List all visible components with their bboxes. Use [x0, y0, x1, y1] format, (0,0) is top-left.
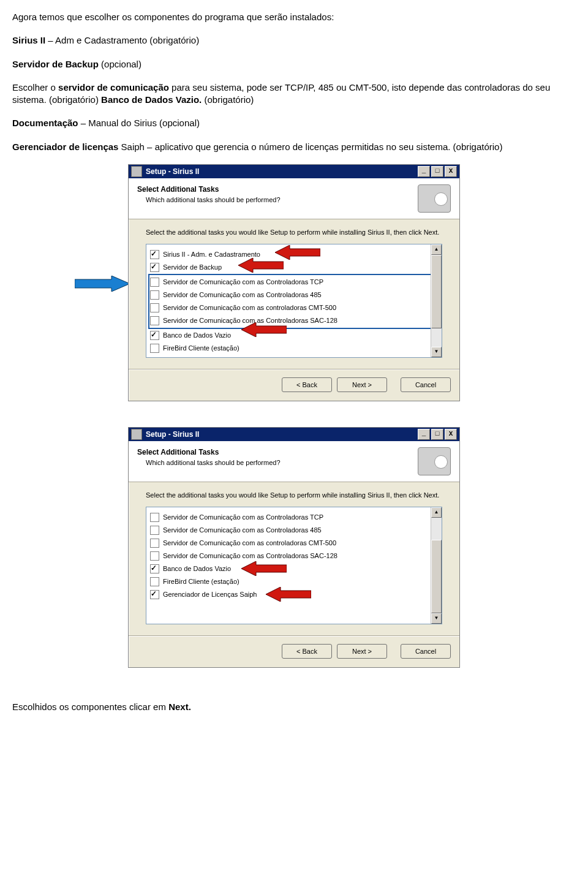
arrow-red-annotation	[241, 561, 287, 576]
checkbox[interactable]	[150, 577, 159, 586]
installer-icon	[418, 447, 451, 475]
titlebar[interactable]: Setup - Sirius II _ □ X	[129, 428, 459, 441]
checkbox[interactable]	[150, 564, 159, 573]
task-item-label: Servidor de Comunicação com as controlad…	[163, 539, 336, 548]
scrollbar[interactable]: ▲ ▼	[431, 244, 442, 357]
scrollbar[interactable]: ▲ ▼	[431, 507, 442, 624]
scroll-up-button[interactable]: ▲	[431, 244, 442, 255]
window-title: Setup - Sirius II	[146, 429, 199, 439]
task-item-label: Banco de Dados Vazio	[163, 331, 231, 340]
txt-sirius-rest: – Adm e Cadastramento (obrigatório)	[45, 35, 199, 45]
task-item-label: Servidor de Backup	[163, 263, 222, 272]
close-button[interactable]: X	[445, 166, 457, 177]
para-sirius: Sirius II – Adm e Cadastramento (obrigat…	[12, 34, 576, 47]
svg-marker-2	[238, 258, 284, 273]
task-item[interactable]: Banco de Dados Vazio	[150, 329, 439, 342]
setup-dialog-2: Setup - Sirius II _ □ X Select Additiona…	[128, 427, 460, 668]
installer-icon	[418, 184, 451, 213]
para-intro: Agora temos que escolher os componentes …	[12, 11, 576, 23]
task-item[interactable]: Servidor de Comunicação com as Controlad…	[150, 550, 439, 562]
bold-backup: Servidor de Backup	[12, 59, 99, 69]
titlebar[interactable]: Setup - Sirius II _ □ X	[129, 165, 459, 178]
scroll-thumb[interactable]	[431, 540, 442, 613]
maximize-button[interactable]: □	[431, 166, 443, 177]
scroll-up-button[interactable]: ▲	[431, 507, 442, 518]
txt-com-e: (obrigatório)	[202, 94, 254, 105]
cancel-button[interactable]: Cancel	[401, 644, 451, 659]
minimize-button[interactable]: _	[418, 429, 430, 440]
task-item[interactable]: Servidor de Comunicação com as Controlad…	[150, 314, 438, 327]
dialog-heading: Select Additional Tasks	[137, 447, 418, 457]
bold-banco: Banco de Dados Vazio.	[99, 94, 202, 105]
checkbox[interactable]	[150, 331, 159, 340]
scroll-down-button[interactable]: ▼	[431, 613, 442, 624]
task-item-label: Gerenciador de Licenças Saiph	[163, 590, 257, 599]
next-button[interactable]: Next >	[337, 644, 387, 659]
bold-com: servidor de comunicação	[58, 82, 169, 93]
svg-marker-3	[241, 322, 287, 337]
arrow-red-annotation	[266, 587, 311, 602]
txt-end-a: Escolhidos os componentes clicar em	[12, 702, 168, 712]
task-item-label: Servidor de Comunicação com as Controlad…	[163, 526, 322, 535]
setup-dialog-1: Setup - Sirius II _ □ X Select Additiona…	[128, 164, 460, 401]
checkbox[interactable]	[150, 513, 159, 522]
close-button[interactable]: X	[445, 429, 457, 440]
checkbox[interactable]	[150, 290, 159, 300]
checkbox[interactable]	[150, 539, 159, 548]
task-item[interactable]: Servidor de Comunicação com as Controlad…	[150, 276, 438, 289]
checkbox[interactable]	[150, 303, 159, 312]
arrow-blue-annotation	[75, 276, 130, 292]
task-item[interactable]: Servidor de Comunicação com as controlad…	[150, 301, 438, 314]
checkbox[interactable]	[150, 263, 159, 272]
task-item-label: Servidor de Comunicação com as Controlad…	[163, 513, 323, 522]
dialog-header: Select Additional Tasks Which additional…	[129, 441, 459, 482]
minimize-button[interactable]: _	[418, 166, 430, 177]
para-comunicacao: Escolher o servidor de comunicação para …	[12, 81, 576, 107]
scroll-down-button[interactable]: ▼	[431, 347, 442, 357]
cancel-button[interactable]: Cancel	[401, 377, 451, 392]
task-item[interactable]: Servidor de Backup	[150, 261, 439, 274]
para-backup: Servidor de Backup (opcional)	[12, 58, 576, 70]
task-item[interactable]: Servidor de Comunicação com as Controlad…	[150, 511, 439, 524]
checkbox[interactable]	[150, 526, 159, 535]
svg-marker-4	[241, 561, 287, 576]
bold-lic: Gerenciador de licenças	[12, 142, 118, 152]
task-item-label: FireBird Cliente (estação)	[163, 344, 239, 353]
checkbox[interactable]	[150, 278, 159, 287]
dialog-message: Select the additional tasks you would li…	[146, 491, 442, 499]
task-item[interactable]: Servidor de Comunicação com as controlad…	[150, 537, 439, 550]
back-button[interactable]: < Back	[282, 377, 332, 392]
task-item-label: Banco de Dados Vazio	[163, 564, 231, 573]
task-item[interactable]: FireBird Cliente (estação)	[150, 342, 439, 355]
checkbox[interactable]	[150, 316, 159, 325]
task-list[interactable]: Servidor de Comunicação com as Controlad…	[146, 507, 442, 624]
bold-sirius: Sirius II	[12, 35, 45, 45]
txt-lic-rest: Saiph – aplicativo que gerencia o número…	[118, 142, 502, 152]
dialog-heading: Select Additional Tasks	[137, 184, 418, 194]
window-title: Setup - Sirius II	[146, 167, 199, 176]
txt-com-a: Escolher o	[12, 82, 58, 93]
task-item-label: Servidor de Comunicação com as Controlad…	[163, 551, 337, 561]
task-item[interactable]: Servidor de Comunicação com as Controlad…	[150, 524, 439, 537]
task-list[interactable]: Sirius II - Adm. e CadastramentoServidor…	[146, 244, 442, 358]
dialog-subheading: Which additional tasks should be perform…	[146, 195, 418, 205]
maximize-button[interactable]: □	[431, 429, 443, 440]
txt-doc-rest: – Manual do Sirius (opcional)	[78, 118, 200, 128]
task-item-label: Servidor de Comunicação com as controlad…	[163, 303, 336, 312]
bold-next: Next.	[168, 702, 191, 712]
dialog-subheading: Which additional tasks should be perform…	[146, 458, 418, 467]
task-item[interactable]: Servidor de Comunicação com as Controlad…	[150, 289, 438, 301]
scroll-thumb[interactable]	[431, 255, 442, 328]
task-item[interactable]: Banco de Dados Vazio	[150, 562, 439, 575]
setup-icon	[131, 166, 142, 177]
para-licenses: Gerenciador de licenças Saiph – aplicati…	[12, 141, 576, 153]
checkbox[interactable]	[150, 344, 159, 353]
task-item-label: Servidor de Comunicação com as Controlad…	[163, 290, 322, 300]
next-button[interactable]: Next >	[337, 377, 387, 392]
checkbox[interactable]	[150, 250, 159, 259]
checkbox[interactable]	[150, 590, 159, 599]
bold-doc: Documentação	[12, 118, 78, 128]
back-button[interactable]: < Back	[282, 644, 332, 659]
task-item[interactable]: FireBird Cliente (estação)	[150, 575, 439, 588]
checkbox[interactable]	[150, 551, 159, 561]
